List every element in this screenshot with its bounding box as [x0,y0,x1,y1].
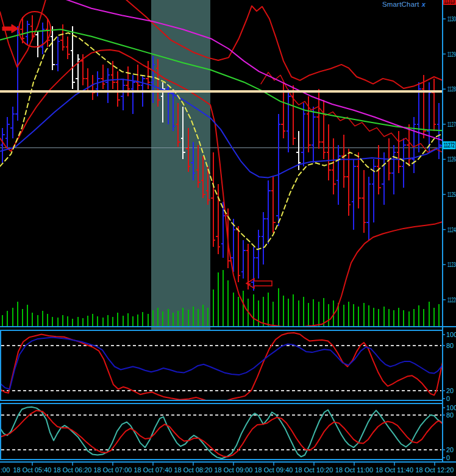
time-tick-label: 18 Oct 11:40 [376,466,413,474]
main-chart[interactable] [0,0,443,327]
indicator-panel-1-frame [1,330,443,400]
ohlc-bar [60,24,65,51]
ohlc-bar [402,138,406,188]
ohlc-bar [407,124,411,166]
current-price-label: 11272 [444,141,455,149]
time-axis: :0018 Oct 05:4018 Oct 06:2018 Oct 07:001… [1,462,454,474]
ohlc-bar [391,145,396,194]
ohlc-bars [1,15,441,291]
time-tick-label: 18 Oct 07:00 [94,466,132,474]
indicator-panel-2: 10080200 [0,403,456,461]
time-tick-label: 18 Oct 10:20 [295,466,333,474]
scale-label: 20 [446,446,454,453]
time-tick-label: :00 [1,466,10,474]
ohlc-bar [432,79,436,131]
close-icon[interactable]: x [422,1,426,8]
scale-label: 0 [446,395,450,402]
ohlc-bar [121,79,125,110]
ohlc-bar [51,26,55,70]
ohlc-bar [1,128,5,163]
ohlc-bar [357,152,361,208]
time-tick-label: 18 Oct 09:40 [255,466,293,474]
ohlc-bar [301,103,305,166]
scale-label: 0 [446,454,450,461]
ohlc-bar [312,107,316,163]
ohlc-bar [105,68,110,104]
ohlc-bar [291,85,296,145]
ohlc-bar [287,89,291,152]
ohlc-bar [251,247,255,291]
price-tick-label: 11248 [447,226,456,233]
chart-canvas[interactable]: 1008020010080200113081129811288112781126… [0,0,456,476]
ohlc-bar [362,170,366,233]
indicator-panel-1: 10080200 [0,330,456,402]
ohlc-bar [136,65,140,93]
ohlc-bar [66,37,70,59]
price-tick-label: 11298 [447,51,456,58]
ohlc-bar [321,100,326,160]
ohlc-bar [211,152,215,247]
ohlc-bar [372,159,376,222]
price-tick-label: 11308 [447,15,456,23]
ohlc-bar [10,107,15,138]
ohlc-bar [35,31,40,57]
ohlc-bar [332,138,336,194]
time-tick-label: 18 Oct 08:20 [174,466,213,474]
scale-label: 100 [446,404,456,411]
ohlc-bar [236,226,240,282]
ohlc-bar [382,152,386,205]
yellow-ma-line [0,33,443,249]
time-tick-label: 18 Oct 09:00 [215,466,253,474]
ohlc-bar [76,54,80,93]
ohlc-bar [91,75,95,99]
ohlc-bar [111,61,115,89]
ohlc-bar [241,240,246,279]
price-tick-label: 11278 [447,121,456,128]
volume-bars [2,270,439,326]
ohlc-bar [366,177,371,240]
price-tick-label: 11238 [447,261,456,268]
highlight-band [151,0,210,330]
scale-label: 80 [446,342,454,349]
price-tick-label: 11228 [447,296,456,304]
scale-label: 100 [446,331,456,338]
price-tick-label: 11288 [447,85,456,93]
ohlc-bar [256,230,260,279]
ohlc-bar [352,159,356,229]
price-tick-label: 11268 [447,155,456,163]
ohlc-bar [341,135,346,187]
ohlc-bar [266,180,271,244]
ohlc-bar [5,117,10,149]
ohlc-bar [101,65,105,89]
ohlc-bar [116,71,120,107]
scale-label: 80 [446,411,454,419]
indicator-panel-1-blue-line [0,337,443,389]
time-tick-label: 18 Oct 05:40 [13,466,52,474]
time-tick-label: 18 Oct 06:20 [54,466,92,474]
time-tick-label: 18 Oct 07:40 [134,466,173,474]
ohlc-bar [337,145,341,205]
price-tick-label: 11258 [447,191,456,198]
ohlc-bar [276,114,280,226]
ohlc-bar [55,37,60,72]
time-tick-label: 18 Oct 12:20 [416,466,454,474]
price-axis: 1130811298112881127811268112581124811238… [443,0,456,304]
ohlc-bar [262,212,266,265]
ohlc-bar [327,124,331,180]
ohlc-bar [40,23,45,54]
indicator-panel-2-frame [1,403,443,460]
ohlc-bar [271,177,276,233]
ohlc-bar [15,26,20,121]
scale-label: 20 [446,387,454,394]
chart-title-text: SmartChart [382,1,419,8]
indicator-panel-1-series [0,333,443,402]
chart-title: SmartChartx [382,1,426,8]
indicator-panel-1-red-line [0,333,443,402]
smartchart-window: 1008020010080200113081129811288112781126… [0,0,456,476]
time-tick-label: 18 Oct 11:00 [335,466,373,474]
ohlc-bar [397,131,401,173]
clipped-top-price-label: 11313 [444,0,455,5]
